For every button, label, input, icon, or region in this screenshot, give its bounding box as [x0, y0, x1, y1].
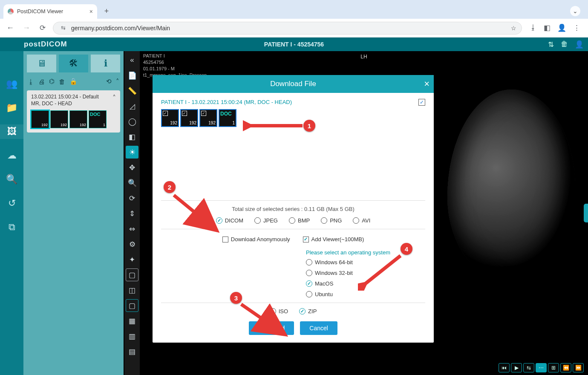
download-icon[interactable]: ⭳	[28, 78, 34, 85]
lock-icon[interactable]: 🔒	[69, 78, 78, 85]
site-info-icon[interactable]: ⇆	[58, 25, 68, 31]
layout-1x1-icon[interactable]: ▢	[126, 268, 138, 281]
modal-thumb-4[interactable]: DOC1	[219, 109, 236, 127]
cine-prev-icon[interactable]: ⏪	[560, 363, 571, 372]
user-icon[interactable]: 👤	[575, 40, 584, 49]
layout-cols-icon[interactable]: ▥	[126, 330, 138, 343]
collapse-icon[interactable]: ˄	[116, 78, 119, 85]
cine-first-icon[interactable]: ⏮	[499, 363, 510, 372]
tool-angle-icon[interactable]: ◿	[126, 100, 138, 112]
cine-play-icon[interactable]: ▶	[511, 363, 522, 372]
trash-icon[interactable]: 🗑	[561, 40, 568, 49]
url-text: germany.postdicom.com/Viewer/Main	[71, 25, 170, 32]
cine-next-icon[interactable]: ⏩	[573, 363, 584, 372]
tool-ruler-icon[interactable]: 📏	[126, 84, 138, 97]
cancel-button[interactable]: Cancel	[300, 321, 337, 335]
tool-preset-icon[interactable]: ✦	[126, 253, 138, 266]
svg-line-2	[241, 304, 282, 333]
layout-1x2-icon[interactable]: ◫	[126, 284, 138, 297]
tool-collapse-icon[interactable]: «	[126, 54, 138, 66]
layout-custom-icon[interactable]: ▢	[126, 299, 138, 312]
series-tab-viewer[interactable]: 🖥	[27, 55, 56, 72]
format-avi[interactable]: AVI	[353, 217, 370, 224]
modal-thumb-2[interactable]: ✓192	[180, 109, 198, 127]
rail-images-icon[interactable]: 🖼	[0, 124, 23, 139]
divider	[161, 303, 425, 303]
series-thumb-1[interactable]: 192	[31, 110, 49, 128]
reset-icon[interactable]: ⟲	[106, 78, 112, 85]
tool-fliph-icon[interactable]: ⇔	[126, 222, 138, 235]
tool-rotate-icon[interactable]: ⟳	[126, 192, 138, 205]
reload-button[interactable]: ⟳	[37, 23, 49, 32]
format-png[interactable]: PNG	[321, 217, 342, 224]
format-jpeg[interactable]: JPEG	[254, 217, 278, 224]
new-tab-button[interactable]: +	[101, 5, 112, 17]
format-bmp[interactable]: BMP	[289, 217, 310, 224]
series-card[interactable]: 13.02.2021 15:00:24 - Default MR, DOC - …	[27, 90, 120, 133]
download-anonymously-checkbox[interactable]: Download Anonymously	[222, 236, 290, 242]
svg-line-1	[174, 195, 214, 228]
cine-more-icon[interactable]: ⋯	[536, 363, 547, 372]
splitter-handle[interactable]	[584, 204, 588, 222]
series-tab-info[interactable]: ℹ	[91, 55, 120, 72]
tool-eraser-icon[interactable]: ◧	[126, 130, 138, 143]
cine-grid-icon[interactable]: ⊞	[548, 363, 559, 372]
radio-icon	[299, 308, 306, 314]
annotation-arrow-3	[238, 301, 289, 339]
tab-close-icon[interactable]: ×	[89, 8, 93, 15]
layout-rows-icon[interactable]: ▤	[126, 345, 138, 358]
tool-settings-icon[interactable]: ⚙	[126, 238, 138, 251]
rail-patients-icon[interactable]: 👥	[0, 77, 23, 91]
kebab-menu-icon[interactable]: ⋮	[573, 23, 580, 32]
overlay-info: PATIENT I 45254756 01.01.1979 - M t1_mpr…	[143, 53, 207, 78]
rail-upload-icon[interactable]: ☁︎	[0, 148, 23, 163]
favicon-icon	[8, 9, 14, 14]
window-minimize-button[interactable]: ⌄	[570, 6, 580, 16]
tool-ellipse-icon[interactable]: ◯	[126, 115, 138, 128]
downloads-icon[interactable]: ⭳	[530, 23, 537, 32]
share-icon[interactable]: ⌬	[49, 78, 55, 85]
archive-zip[interactable]: ZIP	[299, 308, 317, 314]
series-thumb-2[interactable]: 192	[50, 110, 68, 128]
panel-icon[interactable]: ◧	[544, 23, 551, 32]
delete-icon[interactable]: 🗑	[59, 78, 65, 85]
rail-sync-icon[interactable]: ↺	[0, 196, 23, 211]
tool-pan-icon[interactable]: ✥	[126, 161, 138, 174]
print-icon[interactable]: 🖨	[38, 78, 45, 85]
os-ubuntu[interactable]: Ubuntu	[306, 291, 425, 297]
svg-line-3	[363, 256, 401, 286]
tool-report-icon[interactable]: 📄	[126, 69, 138, 82]
rail-copy-icon[interactable]: ⧉	[0, 220, 23, 234]
cine-loop-icon[interactable]: ⇆	[523, 363, 534, 372]
back-button[interactable]: ←	[4, 23, 16, 32]
annotation-arrow-2	[170, 191, 221, 234]
radio-icon	[306, 291, 312, 297]
series-thumb-3[interactable]: 192	[69, 110, 87, 128]
select-all-checkbox[interactable]: ✓	[418, 99, 425, 106]
chevron-up-icon[interactable]: ˄	[112, 94, 116, 103]
cine-controls: ⏮ ▶ ⇆ ⋯ ⊞ ⏪ ⏩	[499, 363, 584, 372]
modal-thumb-3[interactable]: ✓192	[199, 109, 217, 127]
modal-close-icon[interactable]: ×	[424, 78, 429, 89]
modal-thumb-1[interactable]: ✓192	[161, 109, 179, 127]
profile-icon[interactable]: 👤	[557, 23, 566, 32]
tool-zoom-icon[interactable]: 🔍	[126, 176, 138, 189]
rail-folders-icon[interactable]: 📁	[0, 101, 23, 115]
tool-flipv-icon[interactable]: ⇕	[126, 207, 138, 220]
rail-worklist-icon[interactable]: 🔍	[0, 172, 23, 187]
tool-brightness-icon[interactable]: ☀	[126, 146, 138, 159]
series-tab-tools[interactable]: 🛠	[59, 55, 88, 72]
url-field[interactable]: ⇆ germany.postdicom.com/Viewer/Main ☆	[53, 22, 522, 35]
radio-icon	[306, 270, 312, 276]
mri-image	[447, 89, 575, 286]
annotation-arrow-1	[243, 119, 307, 132]
series-thumb-4[interactable]: DOC1	[89, 110, 107, 128]
layout-grid-icon[interactable]: ▦	[126, 314, 138, 327]
browser-tab[interactable]: PostDICOM Viewer ×	[3, 4, 97, 19]
sort-icon[interactable]: ⇅	[548, 40, 554, 49]
star-icon[interactable]: ☆	[511, 25, 516, 32]
forward-button[interactable]: →	[20, 23, 32, 32]
study-label: PATIENT I - 13.02.2021 15:00:24 (MR, DOC…	[161, 99, 414, 105]
radio-icon	[353, 217, 359, 224]
add-viewer-checkbox[interactable]: Add Viewer(~100MB)	[303, 236, 364, 242]
